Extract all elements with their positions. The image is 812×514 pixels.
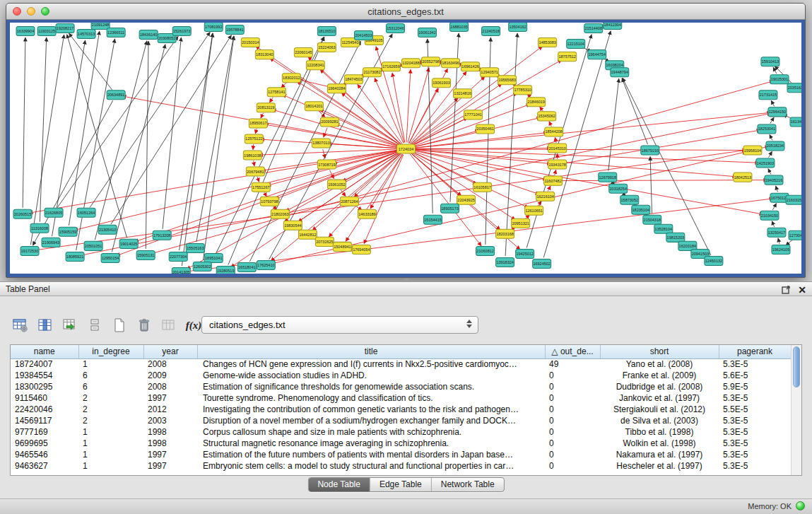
- table-cell[interactable]: 5.3E-5: [719, 358, 791, 370]
- graph-node[interactable]: 18950617: [249, 119, 267, 128]
- table-cell[interactable]: 14569117: [11, 415, 78, 426]
- graph-node[interactable]: 20145310: [548, 144, 567, 153]
- graph-node[interactable]: 18905173: [441, 204, 459, 213]
- graph-node[interactable]: 16134250: [790, 117, 801, 127]
- table-cell[interactable]: Corpus callosum shape and size in male p…: [197, 426, 545, 438]
- graph-node[interactable]: 18042513: [734, 173, 752, 182]
- column-header[interactable]: pagerank: [719, 345, 791, 358]
- graph-node[interactable]: 12758141: [267, 88, 286, 97]
- graph-node[interactable]: 15312046: [386, 24, 404, 33]
- table-cell[interactable]: Genome-wide association studies in ADHD.: [197, 370, 545, 381]
- graph-node[interactable]: 19061342: [418, 28, 437, 37]
- table-cell[interactable]: Embryonic stem cells: a model to study s…: [197, 460, 545, 472]
- graph-node[interactable]: 15154415: [424, 215, 442, 224]
- table-cell[interactable]: 5.3E-5: [719, 415, 791, 426]
- table-cell[interactable]: 5.3E-5: [719, 460, 791, 472]
- graph-node[interactable]: 22077304: [169, 252, 187, 261]
- graph-node[interactable]: 18163496: [442, 59, 460, 68]
- table-cell[interactable]: 6: [78, 381, 143, 392]
- graph-node[interactable]: 13807013: [312, 139, 330, 148]
- graph-node[interactable]: 1724034: [396, 144, 415, 153]
- graph-node[interactable]: 21173082: [363, 68, 381, 77]
- graph-node[interactable]: 15261973: [172, 27, 191, 36]
- table-cell[interactable]: 5.3E-5: [719, 426, 791, 438]
- graph-node[interactable]: 20951321: [512, 218, 530, 228]
- table-cell[interactable]: 0: [545, 426, 600, 438]
- graph-node[interactable]: 16051264: [77, 208, 95, 217]
- graph-node[interactable]: 13918324: [496, 257, 514, 267]
- graph-node[interactable]: 18313040: [255, 50, 273, 59]
- graph-node[interactable]: 11903125: [37, 27, 56, 36]
- table-cell[interactable]: Yano et al. (2008): [600, 358, 719, 370]
- graph-node[interactable]: 12730454: [789, 230, 801, 240]
- graph-node[interactable]: 17551267: [252, 182, 270, 192]
- table-cell[interactable]: 22420046: [11, 404, 78, 415]
- graph-node[interactable]: 18203168: [496, 229, 514, 238]
- graph-node[interactable]: 17625410: [257, 260, 275, 269]
- function-builder-button[interactable]: f(x): [184, 315, 203, 335]
- table-cell[interactable]: 2008: [143, 358, 197, 370]
- graph-node[interactable]: 12605302: [193, 262, 211, 271]
- table-cell[interactable]: Tibbo et al. (1998): [600, 426, 719, 438]
- graph-node[interactable]: 19405216: [765, 175, 783, 185]
- graph-node[interactable]: 12964150: [768, 107, 787, 117]
- graph-node[interactable]: 21514408: [584, 24, 603, 33]
- table-cell[interactable]: 1997: [143, 392, 197, 404]
- table-cell[interactable]: 5.3E-5: [719, 392, 791, 404]
- table-cell[interactable]: 0: [545, 449, 600, 460]
- graph-node[interactable]: 15048941: [333, 242, 351, 251]
- column-header[interactable]: name: [11, 345, 78, 358]
- show-columns-button[interactable]: [36, 315, 54, 335]
- table-cell[interactable]: 1998: [143, 438, 197, 449]
- graph-node[interactable]: 16961426: [461, 62, 480, 71]
- table-cell[interactable]: 2012: [143, 404, 197, 415]
- graph-node[interactable]: 17913208: [153, 230, 171, 240]
- graph-node[interactable]: 18951041: [204, 253, 223, 262]
- table-cell[interactable]: 5.6E-5: [719, 370, 791, 381]
- tab-node-table[interactable]: Node Table: [308, 478, 370, 491]
- graph-node[interactable]: 21906943: [42, 238, 60, 247]
- table-cell[interactable]: 9463627: [11, 460, 78, 472]
- graph-node[interactable]: 18136510: [317, 27, 336, 36]
- graph-node[interactable]: 17081992: [204, 23, 223, 32]
- graph-node[interactable]: 20552798: [422, 57, 440, 66]
- table-row[interactable]: 1456911722003Disruption of a novel membe…: [11, 415, 791, 426]
- table-cell[interactable]: Tourette syndrome. Phenomenology and cla…: [197, 392, 545, 404]
- graph-node[interactable]: 21504318: [643, 215, 661, 224]
- graph-node[interactable]: 14570313: [77, 30, 95, 39]
- graph-node[interactable]: 20099281: [320, 117, 339, 127]
- table-cell[interactable]: 1: [78, 358, 143, 370]
- table-cell[interactable]: Dudbridge et al. (2008): [600, 381, 719, 392]
- graph-node[interactable]: 17785310: [514, 86, 532, 95]
- graph-node[interactable]: 18014201: [305, 102, 323, 111]
- table-cell[interactable]: 9115460: [11, 392, 78, 404]
- graph-node[interactable]: 19815203: [666, 233, 685, 242]
- table-cell[interactable]: de Silva et al. (2003): [600, 415, 719, 426]
- graph-node[interactable]: 21731415: [759, 90, 777, 100]
- graph-node[interactable]: 12366511: [107, 28, 125, 37]
- graph-node[interactable]: 18235104: [632, 205, 650, 214]
- table-mode-button[interactable]: [11, 315, 30, 335]
- network-canvas[interactable]: 1724034183020121275814120813119189506171…: [10, 23, 801, 274]
- graph-node[interactable]: 22043925: [457, 195, 476, 204]
- table-cell[interactable]: 2: [78, 392, 143, 404]
- graph-node[interactable]: 15910413: [761, 57, 779, 66]
- graph-node[interactable]: 21802063: [271, 209, 289, 218]
- table-row[interactable]: 946362711997Embryonic stem cells: a mode…: [11, 460, 791, 472]
- graph-node[interactable]: 21240518: [482, 27, 500, 36]
- graph-node[interactable]: 16339904: [16, 27, 35, 36]
- graph-node[interactable]: 15224063: [317, 43, 336, 52]
- graph-node[interactable]: 12450132: [705, 256, 723, 265]
- column-header[interactable]: title: [197, 345, 545, 358]
- table-row[interactable]: 911546021997Tourette syndrome. Phenomeno…: [11, 392, 791, 404]
- graph-node[interactable]: 17162659: [382, 62, 400, 71]
- table-row[interactable]: 946554611997Estimation of the future num…: [11, 449, 791, 460]
- table-cell[interactable]: Nakamura et al. (1997): [600, 449, 719, 460]
- close-panel-icon[interactable]: ✕: [798, 285, 806, 295]
- graph-node[interactable]: 11316008: [30, 223, 49, 233]
- table-cell[interactable]: 6: [78, 370, 143, 381]
- table-cell[interactable]: 0: [545, 381, 600, 392]
- graph-node[interactable]: 21626805: [45, 208, 63, 217]
- graph-node[interactable]: 19830544: [283, 221, 302, 230]
- graph-node[interactable]: 15873052: [620, 195, 639, 204]
